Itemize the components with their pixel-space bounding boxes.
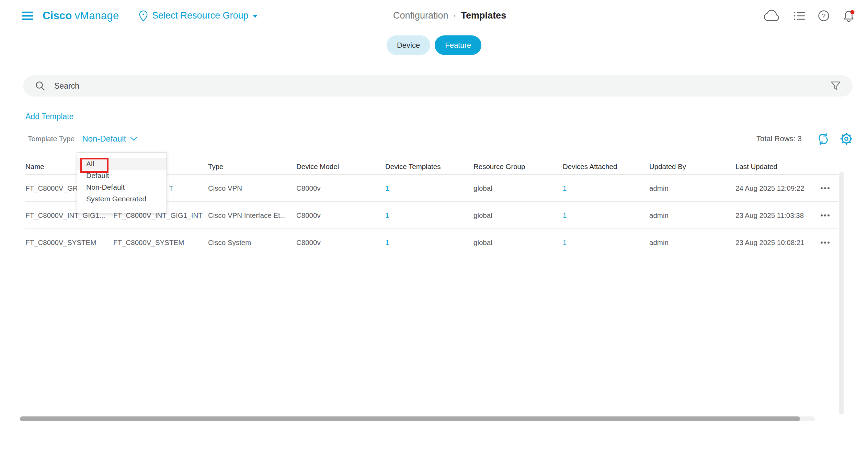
add-template-link[interactable]: Add Template bbox=[25, 112, 73, 121]
hamburger-icon bbox=[21, 11, 34, 21]
top-bar-actions: ? bbox=[762, 0, 856, 31]
column-header-device-model: Device Model bbox=[296, 161, 385, 174]
template-type-filter: Template Type Non-Default bbox=[28, 134, 137, 144]
vmanage-templates-page: Cisco vManage Select Resource Group Conf… bbox=[0, 0, 868, 458]
svg-text:?: ? bbox=[822, 12, 826, 20]
column-header-resource-group: Resource Group bbox=[473, 161, 563, 174]
template-type-dropdown-trigger[interactable]: Non-Default bbox=[82, 134, 137, 144]
cell-device-templates-link[interactable]: 1 bbox=[385, 175, 473, 201]
template-type-dropdown-menu: All Default Non-Default System Generated bbox=[77, 152, 167, 213]
search-input[interactable] bbox=[54, 81, 831, 91]
help-icon: ? bbox=[818, 10, 830, 22]
ellipsis-icon bbox=[821, 187, 823, 189]
dropdown-item-all[interactable]: All bbox=[77, 158, 167, 170]
cell-devices-attached-link[interactable]: 1 bbox=[563, 202, 649, 228]
select-resource-group-button[interactable]: Select Resource Group bbox=[139, 0, 258, 31]
cell-last-updated: 24 Aug 2025 12:09:22 bbox=[735, 175, 821, 201]
table-row: FT_C8000V_SYSTEM FT_C8000V_SYSTEM Cisco … bbox=[25, 229, 838, 256]
total-rows: Total Rows: 3 bbox=[756, 134, 802, 143]
cell-updated-by: admin bbox=[649, 229, 735, 256]
ellipsis-icon bbox=[821, 242, 823, 244]
horizontal-scrollbar-track bbox=[20, 416, 815, 421]
template-type-label: Template Type bbox=[28, 135, 75, 143]
column-header-type: Type bbox=[208, 161, 296, 174]
vertical-scrollbar[interactable] bbox=[839, 172, 844, 414]
row-actions-button[interactable] bbox=[821, 175, 830, 201]
cell-description: FT_C8000V_SYSTEM bbox=[113, 229, 208, 256]
dropdown-item-non-default[interactable]: Non-Default bbox=[77, 181, 167, 193]
template-type-tabs: Device Feature bbox=[0, 32, 868, 59]
cell-type: Cisco VPN bbox=[208, 175, 296, 201]
brand-logo: Cisco vManage bbox=[43, 0, 119, 31]
refresh-button[interactable] bbox=[817, 133, 830, 145]
filter-button[interactable] bbox=[831, 81, 841, 91]
cell-device-model: C8000v bbox=[296, 175, 385, 201]
cell-device-templates-link[interactable]: 1 bbox=[385, 229, 473, 256]
chevron-down-icon bbox=[130, 137, 137, 141]
table-meta: Total Rows: 3 bbox=[756, 132, 853, 145]
cell-updated-by: admin bbox=[649, 175, 735, 201]
refresh-icon bbox=[817, 133, 830, 145]
search-icon bbox=[35, 81, 45, 91]
template-type-value: Non-Default bbox=[82, 134, 126, 144]
help-button[interactable]: ? bbox=[818, 10, 830, 22]
cell-name: FT_C8000V_SYSTEM bbox=[25, 229, 113, 256]
caret-down-icon bbox=[253, 15, 258, 18]
column-header-device-templates: Device Templates bbox=[385, 161, 473, 174]
breadcrumb-separator: · bbox=[453, 10, 456, 21]
task-list-icon bbox=[793, 11, 806, 21]
tab-device[interactable]: Device bbox=[387, 35, 430, 55]
horizontal-scrollbar-thumb[interactable] bbox=[20, 416, 800, 421]
column-header-devices-attached: Devices Attached bbox=[563, 161, 649, 174]
row-actions-button[interactable] bbox=[821, 229, 830, 256]
column-header-last-updated: Last Updated bbox=[735, 161, 821, 174]
tab-feature[interactable]: Feature bbox=[435, 35, 481, 55]
dropdown-item-default[interactable]: Default bbox=[77, 170, 167, 181]
gear-icon bbox=[840, 132, 853, 145]
cloud-icon bbox=[762, 9, 781, 23]
cell-updated-by: admin bbox=[649, 202, 735, 228]
search-bar bbox=[23, 75, 853, 97]
top-bar: Cisco vManage Select Resource Group Conf… bbox=[0, 0, 868, 31]
column-header-updated-by: Updated By bbox=[649, 161, 735, 174]
row-actions-button[interactable] bbox=[821, 202, 830, 228]
cell-device-model: C8000v bbox=[296, 229, 385, 256]
ellipsis-icon bbox=[821, 214, 823, 216]
cloud-button[interactable] bbox=[762, 9, 781, 23]
cell-device-templates-link[interactable]: 1 bbox=[385, 202, 473, 228]
cell-type: Cisco System bbox=[208, 229, 296, 256]
cell-devices-attached-link[interactable]: 1 bbox=[563, 229, 649, 256]
location-pin-icon bbox=[139, 10, 148, 22]
notifications-bell-icon bbox=[842, 9, 856, 23]
cell-last-updated: 23 Aug 2025 11:03:38 bbox=[735, 202, 821, 228]
cell-device-model: C8000v bbox=[296, 202, 385, 228]
brand-vmanage: vManage bbox=[75, 10, 119, 22]
task-list-button[interactable] bbox=[793, 11, 806, 21]
notification-badge bbox=[850, 10, 855, 14]
cell-type: Cisco VPN Interface Et... bbox=[208, 202, 296, 228]
table-settings-button[interactable] bbox=[840, 132, 853, 145]
resource-group-label: Select Resource Group bbox=[152, 10, 249, 21]
cell-devices-attached-link[interactable]: 1 bbox=[563, 175, 649, 201]
breadcrumb: Configuration · Templates bbox=[393, 0, 506, 31]
breadcrumb-section: Configuration bbox=[393, 10, 448, 21]
dropdown-item-system-generated[interactable]: System Generated bbox=[77, 193, 167, 205]
filter-funnel-icon bbox=[831, 81, 841, 91]
notifications-button[interactable] bbox=[842, 9, 856, 23]
cell-resource-group: global bbox=[473, 202, 563, 228]
cell-resource-group: global bbox=[473, 175, 563, 201]
brand-cisco: Cisco bbox=[43, 10, 72, 22]
cell-last-updated: 23 Aug 2025 10:08:21 bbox=[735, 229, 821, 256]
cell-resource-group: global bbox=[473, 229, 563, 256]
breadcrumb-page: Templates bbox=[461, 10, 506, 21]
menu-icon[interactable] bbox=[21, 11, 34, 21]
column-header-actions bbox=[821, 161, 838, 174]
